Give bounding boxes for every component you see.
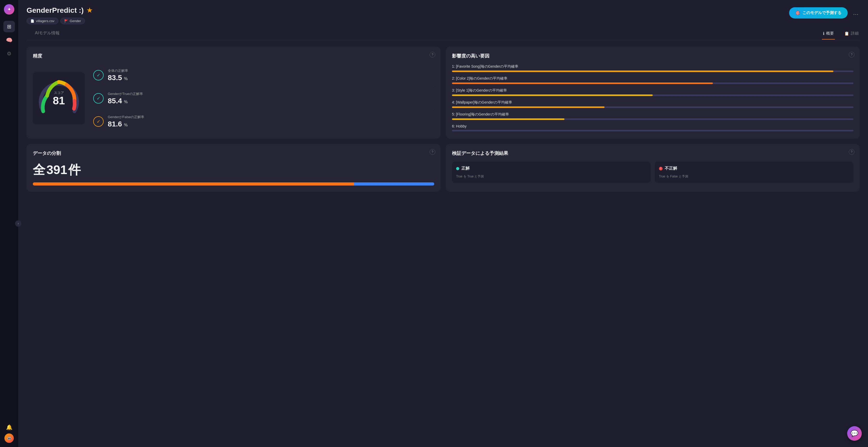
validation-correct-sub: True を True と予測 <box>456 174 646 179</box>
sidebar-item-dashboard[interactable]: ⊞ <box>3 21 15 32</box>
data-split-content: 全 391 件 <box>33 162 434 186</box>
accuracy-content: スコア 81 ✓ 全体の正解率 83.5 % <box>33 64 434 132</box>
metrics: ✓ 全体の正解率 83.5 % ✓ GenderがTrueの正解率 <box>93 64 434 132</box>
metric-label-true: GenderがTrueの正解率 <box>108 92 143 96</box>
flag-icon: 🚩 <box>64 19 68 23</box>
chat-icon: 💬 <box>850 430 858 437</box>
validation-correct-box: 正解 True を True と予測 <box>452 162 651 183</box>
influence-bar-1 <box>452 70 833 72</box>
star-icon[interactable]: ★ <box>87 7 92 14</box>
influence-help-icon[interactable]: ? <box>849 52 855 58</box>
detail-icon: 📋 <box>844 31 849 36</box>
gauge-container: スコア 81 <box>33 72 85 124</box>
metric-label-false: GenderがFalseの正解率 <box>108 115 144 120</box>
influence-label-5: 5: [Flooring]毎のGenderの平均確率 <box>452 112 854 117</box>
metric-label-overall: 全体の正解率 <box>108 68 128 73</box>
validation-wrong-header: ! 不正解 <box>659 166 849 171</box>
influence-bar-bg-4 <box>452 106 854 108</box>
avatar[interactable]: 🦝 <box>4 434 14 443</box>
tab-overview[interactable]: ℹ 概要 <box>822 29 835 39</box>
validation-card: 検証データによる予測結果 ? 正解 True を True と予測 ! 不正解 … <box>446 144 860 192</box>
sidebar-item-settings[interactable]: ⚙ <box>3 48 15 59</box>
validation-title: 検証データによる予測結果 <box>452 150 854 156</box>
correct-dot <box>456 167 459 170</box>
validation-correct-label: 正解 <box>461 166 470 171</box>
metric-check-overall: ✓ <box>93 70 104 81</box>
data-split-title: データの分割 <box>33 150 434 156</box>
influence-label-1: 1: [Favorite Song]毎のGenderの平均確率 <box>452 64 854 69</box>
accuracy-help-icon[interactable]: ? <box>430 52 435 58</box>
metric-info-overall: 全体の正解率 83.5 % <box>108 68 128 82</box>
main-content: GenderPredict :) ★ 📄 villagers.csv 🚩 Gen… <box>18 0 868 447</box>
metric-info-false: GenderがFalseの正解率 81.6 % <box>108 115 144 128</box>
tabs: ℹ 概要 📋 詳細 <box>822 29 860 39</box>
total-count: 全 391 件 <box>33 162 434 178</box>
accuracy-title: 精度 <box>33 53 434 59</box>
influence-item-1: 1: [Favorite Song]毎のGenderの平均確率 <box>452 64 854 72</box>
influence-bar-bg-1 <box>452 70 854 72</box>
influence-label-4: 4: [Wallpaper]毎のGenderの平均確率 <box>452 100 854 105</box>
validation-help-icon[interactable]: ? <box>849 149 855 155</box>
influence-item-5: 5: [Flooring]毎のGenderの平均確率 <box>452 112 854 120</box>
metric-check-false: ✓ <box>93 116 104 127</box>
notifications-icon[interactable]: 🔔 <box>6 424 12 430</box>
metric-value-true: 85.4 % <box>108 97 143 105</box>
gauge-center: スコア 81 <box>53 91 65 106</box>
bottom-grid: データの分割 ? 全 391 件 検証データによる予測結果 ? <box>18 144 868 200</box>
chat-fab[interactable]: 💬 <box>847 426 862 441</box>
validation-wrong-sub: True を False と予測 <box>659 174 849 179</box>
app-logo[interactable]: ✦ <box>4 4 14 14</box>
validation-wrong-box: ! 不正解 True を False と予測 <box>655 162 854 183</box>
influence-label-3: 3: [Style 1]毎のGenderの平均確率 <box>452 88 854 93</box>
tags: 📄 villagers.csv 🚩 Gender <box>27 18 92 24</box>
gauge-score: 81 <box>53 95 65 106</box>
split-test <box>354 182 434 186</box>
collapse-sidebar-button[interactable]: › <box>15 220 21 227</box>
influence-list: 1: [Favorite Song]毎のGenderの平均確率 2: [Colo… <box>452 64 854 131</box>
metric-true: ✓ GenderがTrueの正解率 85.4 % <box>93 88 434 109</box>
influence-item-4: 4: [Wallpaper]毎のGenderの平均確率 <box>452 100 854 108</box>
validation-content: 正解 True を True と予測 ! 不正解 True を False と予… <box>452 162 854 183</box>
tab-overview-label: 概要 <box>826 31 834 36</box>
tab-details-label: 詳細 <box>851 31 859 36</box>
topbar: GenderPredict :) ★ 📄 villagers.csv 🚩 Gen… <box>18 0 868 28</box>
metric-check-true: ✓ <box>93 93 104 103</box>
tag-gender[interactable]: 🚩 Gender <box>60 18 85 24</box>
topbar-right: 🎯 このモデルで予測する … <box>789 7 860 19</box>
predict-icon: 🎯 <box>795 11 800 15</box>
influence-bar-bg-6 <box>452 130 854 131</box>
tab-details[interactable]: 📋 詳細 <box>843 29 860 39</box>
page-title-row: GenderPredict :) ★ <box>27 6 92 14</box>
page-title: GenderPredict :) <box>27 6 84 14</box>
influence-bar-2 <box>452 83 713 84</box>
split-bar <box>33 182 434 186</box>
validation-wrong-label: 不正解 <box>665 166 677 171</box>
influence-label-2: 2: [Color 2]毎のGenderの平均確率 <box>452 76 854 81</box>
influence-item-3: 3: [Style 1]毎のGenderの平均確率 <box>452 88 854 96</box>
info-icon: ℹ <box>823 31 825 36</box>
metric-value-false: 81.6 % <box>108 120 144 128</box>
influence-bar-5 <box>452 118 564 120</box>
influence-bar-bg-3 <box>452 94 854 96</box>
accuracy-card: 精度 ? <box>27 46 440 139</box>
predict-button[interactable]: 🎯 このモデルで予測する <box>789 7 848 19</box>
top-grid: 精度 ? <box>18 44 868 144</box>
influence-bar-bg-5 <box>452 118 854 120</box>
metric-false: ✓ GenderがFalseの正解率 81.6 % <box>93 110 434 132</box>
data-split-help-icon[interactable]: ? <box>430 149 435 155</box>
influence-bar-4 <box>452 106 604 108</box>
influence-bar-3 <box>452 94 653 96</box>
sidebar: ✦ ⊞ 🧠 ⚙ 🔔 🦝 › <box>0 0 18 447</box>
influence-label-6: 6: Hobby <box>452 124 854 128</box>
split-train <box>33 182 354 186</box>
predict-label: このモデルで予測する <box>802 10 841 15</box>
influence-item-2: 2: [Color 2]毎のGenderの平均確率 <box>452 76 854 84</box>
influence-item-6: 6: Hobby <box>452 124 854 131</box>
tag-gender-label: Gender <box>70 19 81 23</box>
influence-card: 影響度の高い要因 ? 1: [Favorite Song]毎のGenderの平均… <box>446 46 860 139</box>
influence-title: 影響度の高い要因 <box>452 53 854 59</box>
tag-csv[interactable]: 📄 villagers.csv <box>27 18 58 24</box>
more-options-button[interactable]: … <box>852 8 860 18</box>
sidebar-item-ai[interactable]: 🧠 <box>3 34 15 46</box>
logo-icon: ✦ <box>7 6 11 12</box>
